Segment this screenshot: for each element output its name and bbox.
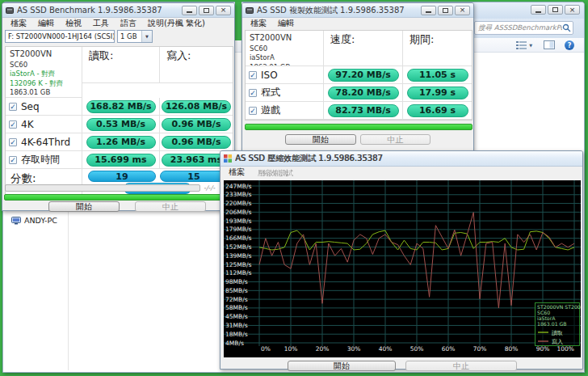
close-button[interactable]: ×	[565, 5, 580, 15]
y-axis-tick-label: 193MB/s	[225, 218, 251, 225]
drive-select-value: F: ST2000VN000-1HJ164 (SCSI)	[8, 32, 115, 40]
checkbox-checked[interactable]: ✓	[249, 107, 257, 115]
drive-select[interactable]: F: ST2000VN000-1HJ164 (SCSI) ▼	[5, 30, 115, 43]
menu-item[interactable]: 檢視	[60, 18, 87, 29]
maximize-button[interactable]	[199, 6, 214, 15]
y-axis-tick-label: 139MB/s	[225, 252, 251, 260]
menu-bar: 檔案編輯檢視工具語言說明(丹楓 繁化)	[2, 18, 234, 29]
close-icon: ×	[569, 6, 576, 14]
row-label-cell: ✓存取時間	[6, 151, 82, 169]
compression-chart: 247MB/s233MB/s220MB/s206MB/s193MB/s179MB…	[224, 180, 581, 357]
minimize-button[interactable]	[182, 6, 197, 15]
restore-button[interactable]	[548, 5, 563, 15]
row-label-cell: ✓4K	[6, 116, 82, 133]
size-select[interactable]: 1 GB ▼	[117, 30, 153, 43]
y-axis-tick-label: 112MB/s	[225, 269, 251, 277]
drive-capacity: 1863.01 GB	[10, 88, 50, 97]
checkbox-checked[interactable]: ✓	[9, 103, 17, 111]
start-button[interactable]: 開始	[48, 201, 120, 212]
preview-pane-button[interactable]	[544, 40, 555, 49]
menu-item[interactable]: 檔案	[245, 18, 272, 29]
legend-drive-line: 1863.01 GB	[537, 321, 567, 327]
computer-icon	[11, 217, 21, 225]
minimize-button[interactable]	[531, 5, 546, 15]
score-area: 19 15 41	[82, 169, 233, 196]
close-button[interactable]: ×	[455, 6, 470, 15]
menu-item[interactable]: 說明(丹楓 繁化)	[142, 18, 211, 29]
write-column-header: 寫入:	[160, 47, 233, 83]
maximize-button[interactable]	[438, 6, 453, 15]
result-cell: 0.96 MB/s	[160, 116, 233, 133]
maximize-icon	[443, 8, 448, 13]
checkbox-checked[interactable]: ✓	[9, 156, 17, 164]
row-label: 存取時間	[21, 153, 60, 167]
row-label-cell: ✓ISO	[246, 66, 324, 84]
driver-status: iaStorA - 對齊	[10, 70, 55, 78]
progress-bar	[4, 194, 234, 201]
menu-item[interactable]: 檔案	[5, 18, 32, 29]
menu-item[interactable]: 編輯	[32, 18, 60, 29]
row-label: 程式	[261, 86, 280, 99]
y-axis-tick-label: 85MB/s	[225, 287, 248, 294]
result-cell: 11.05 s	[403, 66, 472, 84]
copy-benchmark-window: AS SSD 複製效能測試 1.9.5986.35387 × 檔案編輯 ST20…	[242, 2, 474, 151]
result-pill: 15.699 ms	[86, 154, 156, 167]
row-label-cell: ✓4K-64Thrd	[6, 133, 82, 151]
abort-button[interactable]: 中止	[135, 201, 206, 212]
copy-titlebar[interactable]: AS SSD 複製效能測試 1.9.5986.35387 ×	[242, 3, 473, 18]
score-read-pill: 19	[88, 171, 156, 182]
minimize-button[interactable]	[421, 6, 436, 15]
result-cell: 1.26 MB/s	[82, 133, 160, 151]
close-button[interactable]: ×	[216, 6, 231, 15]
size-select-value: 1 GB	[120, 32, 137, 40]
menu-item[interactable]: 編輯	[272, 18, 300, 29]
x-axis-tick-label: 60%	[442, 345, 456, 353]
y-axis-tick-label: 18MB/s	[225, 331, 248, 338]
desktop-gap	[235, 2, 242, 40]
menu-item[interactable]: 語言	[115, 18, 142, 29]
result-pill: 0.96 MB/s	[162, 118, 231, 131]
start-button[interactable]: 開始	[288, 361, 396, 371]
y-axis-tick-label: 247MB/s	[225, 183, 251, 190]
help-button[interactable]: ?	[565, 40, 574, 50]
y-axis-tick-label: 220MB/s	[225, 200, 251, 207]
x-axis-tick-label: 0%	[261, 345, 271, 353]
compression-titlebar[interactable]: AS SSD 壓縮效能測試 1.9.5986.35387	[220, 151, 582, 167]
start-button[interactable]: 開始	[285, 134, 356, 145]
abort-button[interactable]: 中止	[405, 361, 517, 371]
result-cell: 0.96 MB/s	[160, 133, 233, 151]
menu-bar: 檔案編輯	[242, 18, 473, 29]
compression-window: AS SSD 壓縮效能測試 1.9.5986.35387 檔案 壓縮效能測試 2…	[220, 150, 583, 370]
checkbox-checked[interactable]: ✓	[9, 120, 17, 129]
result-cell: 17.99 s	[403, 84, 472, 102]
benchmark-titlebar[interactable]: AS SSD Benchmark 1.9.5986.35387 ×	[2, 3, 234, 18]
y-axis-tick-label: 179MB/s	[225, 226, 251, 233]
abort-button[interactable]: 中止	[360, 134, 430, 145]
duration-column-header: 期間:	[403, 31, 472, 66]
y-axis-tick-label: 58MB/s	[225, 304, 248, 311]
result-pill: 0.96 MB/s	[162, 136, 231, 149]
x-axis-tick-label: 90%	[536, 345, 550, 353]
x-axis-tick-label: 30%	[347, 345, 361, 353]
checkbox-checked[interactable]: ✓	[9, 138, 17, 146]
result-pill: 11.05 s	[407, 69, 468, 82]
row-label-cell: ✓程式	[246, 84, 324, 102]
checkbox-checked[interactable]: ✓	[249, 89, 257, 97]
row-label: 4K	[21, 119, 34, 130]
sidebar-item-computer[interactable]: ANDY-PC	[11, 216, 57, 225]
search-input[interactable]: 搜尋 ASSSDBenchmarkPortableTW	[474, 21, 573, 35]
search-placeholder: 搜尋 ASSSDBenchmarkPortableTW	[478, 23, 562, 33]
drive-driver: iaStorA	[250, 53, 275, 62]
views-button[interactable]: ▼	[515, 40, 532, 50]
drive-firmware: SC60	[10, 61, 27, 70]
legend-drive-line: ST2000VN ST2000V	[537, 304, 581, 310]
result-cell: 82.73 MB/s	[324, 102, 403, 120]
minimize-icon	[426, 11, 431, 13]
checkbox-checked[interactable]: ✓	[249, 71, 257, 79]
result-pill: 97.20 MB/s	[328, 69, 399, 82]
y-axis-tick-label: 152MB/s	[225, 243, 251, 251]
x-axis-tick-label: 70%	[473, 345, 487, 353]
menu-item[interactable]: 檔案	[223, 167, 250, 178]
menu-item[interactable]: 工具	[87, 18, 115, 29]
offset-status: 132096 K - 對齊	[10, 79, 63, 88]
